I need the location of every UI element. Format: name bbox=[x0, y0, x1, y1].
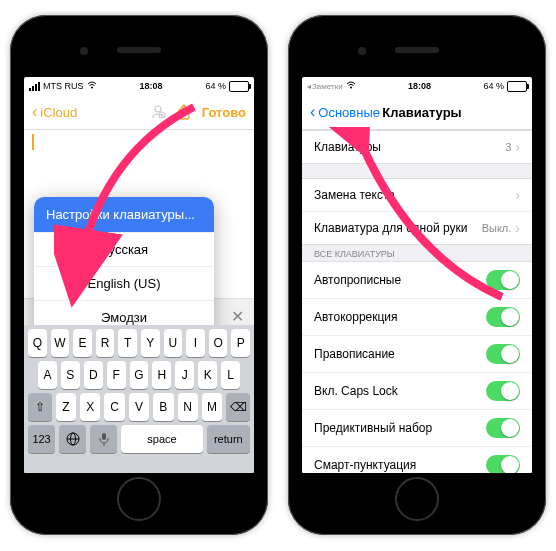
key-j[interactable]: J bbox=[175, 361, 194, 389]
backspace-key[interactable]: ⌫ bbox=[226, 393, 250, 421]
chevron-right-icon: › bbox=[515, 187, 520, 203]
keyboard-option[interactable]: Русская bbox=[34, 232, 214, 266]
wifi-icon bbox=[346, 81, 356, 91]
back-to-app[interactable]: ◂ Заметки bbox=[307, 82, 343, 91]
toggle-switch[interactable] bbox=[486, 344, 520, 364]
key-k[interactable]: K bbox=[198, 361, 217, 389]
wifi-icon bbox=[87, 81, 97, 91]
status-bar: MTS RUS 18:08 64 % bbox=[24, 77, 254, 95]
back-button[interactable]: ‹ Основные bbox=[310, 103, 380, 121]
key-y[interactable]: Y bbox=[141, 329, 160, 357]
key-e[interactable]: E bbox=[73, 329, 92, 357]
cell-label: Клавиатуры bbox=[314, 140, 381, 154]
key-q[interactable]: Q bbox=[28, 329, 47, 357]
phone-right: ◂ Заметки 18:08 64 % ‹ Основные Клавиату… bbox=[288, 15, 546, 535]
cell-value: Выкл. bbox=[482, 222, 512, 234]
settings-cell[interactable]: Автокоррекция bbox=[302, 299, 532, 336]
key-u[interactable]: U bbox=[164, 329, 183, 357]
settings-cell[interactable]: Клавиатуры3› bbox=[302, 131, 532, 163]
collaborate-icon[interactable] bbox=[150, 104, 166, 120]
key-d[interactable]: D bbox=[84, 361, 103, 389]
status-bar: ◂ Заметки 18:08 64 % bbox=[302, 77, 532, 95]
settings-cell[interactable]: Автопрописные bbox=[302, 262, 532, 299]
key-a[interactable]: A bbox=[38, 361, 57, 389]
key-g[interactable]: G bbox=[130, 361, 149, 389]
chevron-left-icon: ◂ bbox=[307, 82, 311, 91]
key-w[interactable]: W bbox=[51, 329, 70, 357]
battery-icon bbox=[507, 81, 527, 92]
screen-settings: ◂ Заметки 18:08 64 % ‹ Основные Клавиату… bbox=[302, 77, 532, 473]
battery-pct: 64 % bbox=[205, 81, 226, 91]
svg-point-1 bbox=[155, 106, 161, 112]
shift-key[interactable]: ⇧ bbox=[28, 393, 52, 421]
key-z[interactable]: Z bbox=[56, 393, 76, 421]
chevron-left-icon: ‹ bbox=[32, 103, 37, 121]
numbers-key[interactable]: 123 bbox=[28, 425, 55, 453]
key-h[interactable]: H bbox=[152, 361, 171, 389]
cell-label: Вкл. Caps Lock bbox=[314, 384, 398, 398]
toggle-switch[interactable] bbox=[486, 418, 520, 438]
battery-icon bbox=[229, 81, 249, 92]
toolbar-close-icon[interactable]: ✕ bbox=[231, 307, 244, 326]
nav-bar: ‹ Основные Клавиатуры bbox=[302, 95, 532, 130]
key-c[interactable]: C bbox=[104, 393, 124, 421]
key-m[interactable]: M bbox=[202, 393, 222, 421]
battery-pct: 64 % bbox=[483, 81, 504, 91]
mic-key[interactable] bbox=[90, 425, 117, 453]
page-title: Клавиатуры bbox=[380, 105, 464, 120]
settings-cell[interactable]: Правописание bbox=[302, 336, 532, 373]
return-key[interactable]: return bbox=[207, 425, 250, 453]
back-label: iCloud bbox=[40, 105, 77, 120]
phone-left: MTS RUS 18:08 64 % ‹ iCloud bbox=[10, 15, 268, 535]
settings-cell[interactable]: Клавиатура для одной рукиВыкл.› bbox=[302, 212, 532, 244]
key-o[interactable]: O bbox=[209, 329, 228, 357]
chevron-left-icon: ‹ bbox=[310, 103, 315, 121]
settings-cell[interactable]: Замена текста› bbox=[302, 179, 532, 212]
clock: 18:08 bbox=[356, 81, 484, 91]
back-label: Основные bbox=[318, 105, 380, 120]
back-button[interactable]: ‹ iCloud bbox=[32, 103, 77, 121]
onscreen-keyboard[interactable]: QWERTYUIOP ASDFGHJKL ⇧ ZXCVBNM ⌫ 123 spa… bbox=[24, 325, 254, 473]
carrier-label: MTS RUS bbox=[43, 81, 84, 91]
key-v[interactable]: V bbox=[129, 393, 149, 421]
clock: 18:08 bbox=[97, 81, 206, 91]
key-x[interactable]: X bbox=[80, 393, 100, 421]
nav-bar: ‹ iCloud Готово bbox=[24, 95, 254, 130]
done-button[interactable]: Готово bbox=[202, 105, 246, 120]
svg-point-0 bbox=[91, 87, 93, 89]
key-t[interactable]: T bbox=[118, 329, 137, 357]
cell-label: Замена текста bbox=[314, 188, 395, 202]
settings-cell[interactable]: Вкл. Caps Lock bbox=[302, 373, 532, 410]
svg-rect-19 bbox=[102, 433, 106, 440]
cell-label: Клавиатура для одной руки bbox=[314, 221, 467, 235]
key-f[interactable]: F bbox=[107, 361, 126, 389]
key-r[interactable]: R bbox=[96, 329, 115, 357]
key-l[interactable]: L bbox=[221, 361, 240, 389]
share-icon[interactable] bbox=[176, 104, 192, 120]
chevron-right-icon: › bbox=[515, 220, 520, 236]
screen-notes: MTS RUS 18:08 64 % ‹ iCloud bbox=[24, 77, 254, 473]
toggle-switch[interactable] bbox=[486, 270, 520, 290]
settings-cell[interactable]: Предиктивный набор bbox=[302, 410, 532, 447]
section-header: ВСЕ КЛАВИАТУРЫ bbox=[302, 245, 532, 261]
globe-key[interactable] bbox=[59, 425, 86, 453]
toggle-switch[interactable] bbox=[486, 381, 520, 401]
keyboard-settings-item[interactable]: Настройки клавиатуры... bbox=[34, 197, 214, 232]
key-b[interactable]: B bbox=[153, 393, 173, 421]
key-s[interactable]: S bbox=[61, 361, 80, 389]
space-key[interactable]: space bbox=[121, 425, 202, 453]
toggle-switch[interactable] bbox=[486, 455, 520, 473]
key-p[interactable]: P bbox=[231, 329, 250, 357]
key-i[interactable]: I bbox=[186, 329, 205, 357]
svg-point-20 bbox=[350, 87, 352, 89]
settings-cell[interactable]: Смарт-пунктуация bbox=[302, 447, 532, 473]
chevron-right-icon: › bbox=[515, 139, 520, 155]
settings-list[interactable]: Клавиатуры3› Замена текста›Клавиатура дл… bbox=[302, 130, 532, 473]
keyboard-option[interactable]: English (US) bbox=[34, 266, 214, 300]
cell-label: Автокоррекция bbox=[314, 310, 398, 324]
cell-label: Предиктивный набор bbox=[314, 421, 432, 435]
cell-label: Смарт-пунктуация bbox=[314, 458, 416, 472]
key-n[interactable]: N bbox=[178, 393, 198, 421]
toggle-switch[interactable] bbox=[486, 307, 520, 327]
cell-value: 3 bbox=[505, 141, 511, 153]
